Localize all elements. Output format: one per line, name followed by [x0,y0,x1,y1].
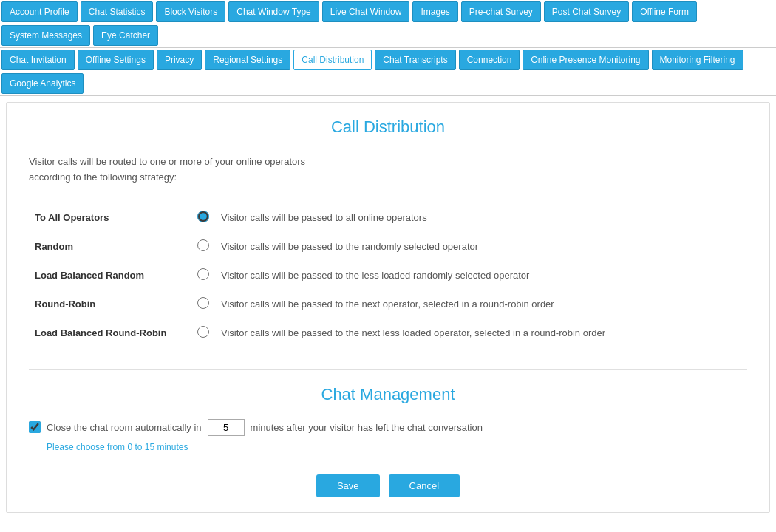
nav-btn-live-chat-window[interactable]: Live Chat Window [322,1,410,22]
dist-radio-4[interactable] [197,326,209,338]
dist-option-row: RandomVisitor calls will be passed to th… [29,232,747,261]
auto-close-label-before: Close the chat room automatically in [47,422,202,433]
nav-btn-monitoring-filtering[interactable]: Monitoring Filtering [652,50,743,70]
minutes-input[interactable] [208,419,245,436]
dist-option-row: Round-RobinVisitor calls will be passed … [29,290,747,318]
dist-option-label-3: Round-Robin [29,290,191,318]
auto-close-checkbox[interactable] [29,421,41,433]
nav-btn-system-messages[interactable]: System Messages [1,25,90,46]
cancel-button[interactable]: Cancel [389,474,460,497]
dist-option-row: Load Balanced Round-RobinVisitor calls w… [29,318,747,347]
nav-btn-call-distribution[interactable]: Call Distribution [293,50,372,70]
nav-btn-block-visitors[interactable]: Block Visitors [156,1,225,22]
dist-radio-3[interactable] [197,297,209,309]
nav-btn-google-analytics[interactable]: Google Analytics [1,73,84,94]
nav-btn-offline-settings[interactable]: Offline Settings [78,50,154,70]
dist-radio-2[interactable] [197,268,209,280]
dist-option-label-2: Load Balanced Random [29,261,191,290]
nav-btn-account-profile[interactable]: Account Profile [1,1,78,22]
description-text: Visitor calls will be routed to one or m… [29,154,747,185]
dist-option-row: To All OperatorsVisitor calls will be pa… [29,203,747,232]
nav-btn-online-presence-monitoring[interactable]: Online Presence Monitoring [523,50,648,70]
chat-management-title: Chat Management [29,385,747,404]
save-button[interactable]: Save [316,474,380,497]
dist-option-desc-1: Visitor calls will be passed to the rand… [215,232,747,261]
dist-option-desc-4: Visitor calls will be passed to the next… [215,318,747,347]
nav-row-2: Chat InvitationOffline SettingsPrivacyRe… [0,48,776,96]
nav-btn-chat-transcripts[interactable]: Chat Transcripts [375,50,455,70]
nav-row-1: Account ProfileChat StatisticsBlock Visi… [0,0,776,48]
divider [29,369,747,370]
nav-btn-chat-invitation[interactable]: Chat Invitation [1,50,75,70]
nav-btn-chat-window-type[interactable]: Chat Window Type [228,1,319,22]
nav-btn-connection[interactable]: Connection [459,50,520,70]
dist-option-label-0: To All Operators [29,203,191,232]
nav-btn-chat-statistics[interactable]: Chat Statistics [81,1,154,22]
hint-text: Please choose from 0 to 15 minutes [47,442,747,452]
action-buttons: Save Cancel [29,474,747,497]
nav-btn-regional-settings[interactable]: Regional Settings [205,50,290,70]
dist-option-desc-2: Visitor calls will be passed to the less… [215,261,747,290]
dist-option-row: Load Balanced RandomVisitor calls will b… [29,261,747,290]
main-content: Call Distribution Visitor calls will be … [6,102,770,513]
auto-close-label-after: minutes after your visitor has left the … [251,422,483,433]
nav-btn-offline-form[interactable]: Offline Form [632,1,697,22]
nav-btn-eye-catcher[interactable]: Eye Catcher [93,25,158,46]
page-title: Call Distribution [29,117,747,137]
dist-radio-1[interactable] [197,239,209,251]
nav-btn-post-chat-survey[interactable]: Post Chat Survey [544,1,629,22]
dist-option-desc-0: Visitor calls will be passed to all onli… [215,203,747,232]
distribution-table: To All OperatorsVisitor calls will be pa… [29,203,747,347]
auto-close-row: Close the chat room automatically in min… [29,419,747,436]
dist-option-desc-3: Visitor calls will be passed to the next… [215,290,747,318]
dist-option-label-4: Load Balanced Round-Robin [29,318,191,347]
dist-option-label-1: Random [29,232,191,261]
nav-btn-images[interactable]: Images [412,1,457,22]
nav-btn-pre-chat-survey[interactable]: Pre-chat Survey [461,1,541,22]
dist-radio-0[interactable] [197,211,209,222]
nav-btn-privacy[interactable]: Privacy [157,50,202,70]
